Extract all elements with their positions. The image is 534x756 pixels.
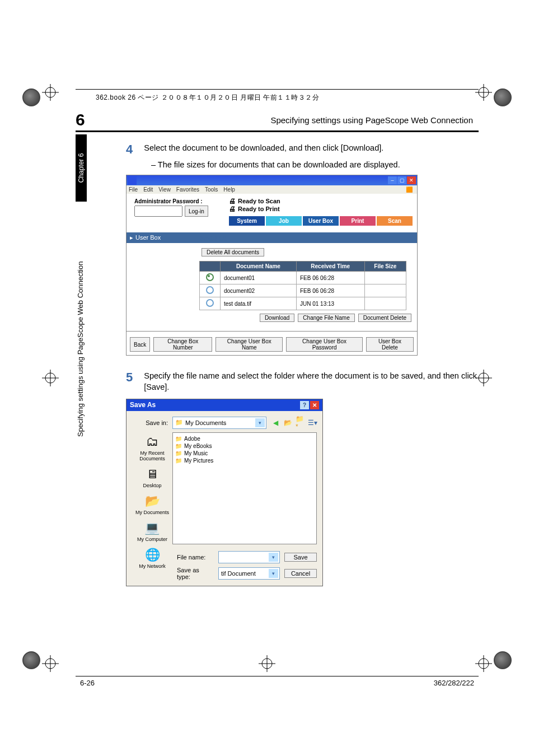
chevron-down-icon[interactable]: ▾ xyxy=(255,418,265,427)
tab-scan[interactable]: Scan xyxy=(377,216,413,226)
thick-rule xyxy=(76,130,479,132)
folder-name: My Pictures xyxy=(184,458,213,464)
save-as-type-label: Save as type: xyxy=(177,567,214,580)
admin-password-label: Administrator Password : xyxy=(134,198,203,204)
crop-ball xyxy=(22,88,40,106)
user-box-delete-button[interactable]: User Box Delete xyxy=(366,337,414,352)
places-desktop[interactable]: 🖥Desktop xyxy=(143,467,161,488)
chevron-down-icon[interactable]: ▾ xyxy=(269,569,278,578)
save-in-label: Save in: xyxy=(132,419,168,426)
document-table: Document Name Received Time File Size do… xyxy=(199,261,406,310)
close-button[interactable]: ✕ xyxy=(407,176,416,184)
places-recent[interactable]: 🗂My Recent Documents xyxy=(132,435,172,461)
step-sub-4: – The file sizes for documents that can … xyxy=(151,160,479,169)
box-pagination: box02 1/1 xyxy=(199,235,417,246)
radio-icon[interactable] xyxy=(206,299,214,307)
menu-help[interactable]: Help xyxy=(223,186,235,193)
back-icon[interactable]: ◀ xyxy=(271,418,280,427)
delete-all-button[interactable]: Delete All documents xyxy=(202,248,264,256)
crop-mark xyxy=(42,655,59,672)
crop-ball xyxy=(494,651,512,669)
list-item[interactable]: 📁My eBooks xyxy=(175,442,314,450)
folder-name: Adobe xyxy=(184,436,200,442)
admin-password-input[interactable] xyxy=(134,206,182,217)
computer-icon: 💻 xyxy=(144,521,160,535)
folder-icon: 📁 xyxy=(175,458,182,464)
list-item[interactable]: 📁Adobe xyxy=(175,435,314,442)
tab-user-box[interactable]: User Box xyxy=(303,216,339,226)
maximize-button[interactable]: ▢ xyxy=(397,176,406,184)
menu-favorites[interactable]: Favorites xyxy=(176,186,199,193)
doc-time: FEB 06 06:28 xyxy=(296,284,364,297)
change-file-name-button[interactable]: Change File Name xyxy=(298,314,354,322)
table-row[interactable]: document02 FEB 06 06:28 xyxy=(200,284,406,297)
doc-size xyxy=(364,272,406,284)
crop-ball xyxy=(494,88,512,106)
desktop-icon: 🖥 xyxy=(146,467,158,482)
minimize-button[interactable]: – xyxy=(388,176,397,184)
status-scan: Ready to Scan xyxy=(238,198,280,204)
places-label[interactable]: My Network xyxy=(139,563,166,569)
table-row[interactable]: document01 FEB 06 06:28 xyxy=(200,272,406,284)
chapter-number: 6 xyxy=(76,110,85,129)
view-menu-icon[interactable]: ☰▾ xyxy=(308,418,317,427)
change-user-box-name-button[interactable]: Change User Box Name xyxy=(216,337,283,352)
folder-icon: 📁 xyxy=(175,436,182,442)
help-button[interactable]: ? xyxy=(300,401,309,409)
close-button[interactable]: ✕ xyxy=(310,401,319,409)
step-number-5: 5 xyxy=(126,370,133,393)
doc-time: FEB 06 06:28 xyxy=(296,272,364,284)
network-icon: 🌐 xyxy=(145,548,160,562)
places-label: My Recent Documents xyxy=(132,450,172,461)
login-button[interactable]: Log-in xyxy=(185,206,208,217)
chevron-down-icon[interactable]: ▾ xyxy=(269,553,278,562)
places-label: My Computer xyxy=(137,536,167,542)
list-item[interactable]: 📁My Music xyxy=(175,450,314,457)
footer-page-number: 6-26 xyxy=(80,679,95,687)
web-connection-screenshot: – ▢ ✕ File Edit View Favorites Tools Hel… xyxy=(126,175,418,356)
menu-tools[interactable]: Tools xyxy=(205,186,218,193)
save-in-value: My Documents xyxy=(185,419,226,426)
change-box-number-button[interactable]: Change Box Number xyxy=(153,337,212,352)
th-select xyxy=(200,262,221,272)
crop-mark xyxy=(42,370,59,386)
download-button[interactable]: Download xyxy=(260,314,294,322)
save-in-combo[interactable]: 📁My Documents ▾ xyxy=(172,417,266,429)
menu-file[interactable]: File xyxy=(129,186,138,193)
step-text-4: Select the document to be downloaded, an… xyxy=(144,142,479,157)
browser-menubar: File Edit View Favorites Tools Help 🟧 xyxy=(127,185,417,194)
printer-icon: 🖨 xyxy=(229,197,236,205)
back-button[interactable]: Back xyxy=(130,337,150,352)
doc-time: JUN 01 13:13 xyxy=(296,297,364,310)
folder-icon: 📁 xyxy=(175,443,182,449)
tab-system[interactable]: System xyxy=(229,216,265,226)
save-button[interactable]: Save xyxy=(284,553,317,562)
book-page-line: 362.book 26 ページ ２００８年１０月２０日 月曜日 午前１１時３２分 xyxy=(76,90,479,110)
places-my-documents[interactable]: 📂My Documents xyxy=(135,494,169,515)
tab-print[interactable]: Print xyxy=(340,216,376,226)
radio-selected-icon[interactable] xyxy=(206,273,214,281)
doc-size xyxy=(364,297,406,310)
save-as-type-value: tif Document xyxy=(221,570,256,577)
menu-view[interactable]: View xyxy=(158,186,171,193)
save-as-type-combo[interactable]: tif Document▾ xyxy=(218,567,280,580)
tab-job[interactable]: Job xyxy=(266,216,302,226)
change-user-box-password-button[interactable]: Change User Box Password xyxy=(286,337,363,352)
cancel-button[interactable]: Cancel xyxy=(284,569,317,578)
new-folder-icon[interactable]: 📁* xyxy=(296,418,305,427)
places-label: Desktop xyxy=(143,483,161,488)
document-delete-button[interactable]: Document Delete xyxy=(358,314,411,322)
up-folder-icon[interactable]: 📂 xyxy=(283,418,292,427)
places-my-computer[interactable]: 💻My Computer xyxy=(137,521,167,542)
menu-edit[interactable]: Edit xyxy=(143,186,153,193)
file-list[interactable]: 📁Adobe 📁My eBooks 📁My Music 📁My Pictures xyxy=(172,432,317,544)
doc-name: document01 xyxy=(221,272,297,284)
table-row[interactable]: test data.tif JUN 01 13:13 xyxy=(200,297,406,310)
file-name-label: File name: xyxy=(177,554,214,561)
folder-name: My Music xyxy=(184,450,208,456)
radio-icon[interactable] xyxy=(206,286,214,294)
file-name-input[interactable]: ▾ xyxy=(218,551,280,563)
list-item[interactable]: 📁My Pictures xyxy=(175,457,314,464)
recent-icon: 🗂 xyxy=(146,435,158,449)
crop-ball xyxy=(22,651,40,669)
